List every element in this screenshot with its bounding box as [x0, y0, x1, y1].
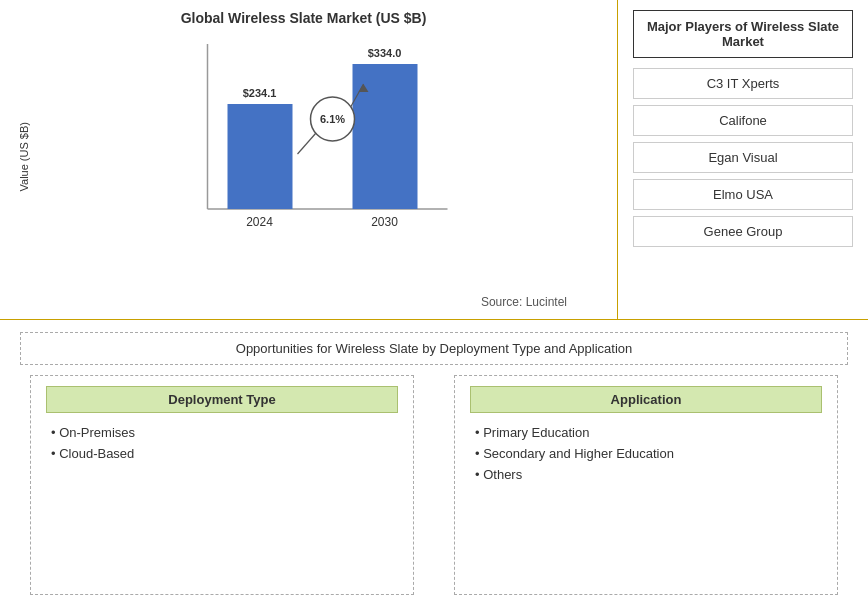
cagr-label: 6.1% [320, 113, 345, 125]
y-axis-label: Value (US $B) [18, 122, 30, 192]
application-column: Application Primary Education Secondary … [454, 375, 838, 595]
bottom-section: Opportunities for Wireless Slate by Depl… [0, 320, 868, 607]
deployment-header: Deployment Type [46, 386, 398, 413]
opportunities-content: Deployment Type On-Premises Cloud-Based … [20, 375, 848, 595]
bar-2024-year: 2024 [246, 215, 273, 229]
application-item-2: Secondary and Higher Education [470, 446, 822, 461]
main-container: Global Wireless Slate Market (US $B) Val… [0, 0, 868, 607]
source-text: Source: Lucintel [10, 290, 597, 309]
bar-2024 [228, 104, 293, 209]
chart-title: Global Wireless Slate Market (US $B) [181, 10, 427, 26]
application-item-1: Primary Education [470, 425, 822, 440]
deployment-column: Deployment Type On-Premises Cloud-Based [30, 375, 414, 595]
player-3: Egan Visual [633, 142, 853, 173]
deployment-item-2: Cloud-Based [46, 446, 398, 461]
deployment-item-1: On-Premises [46, 425, 398, 440]
bar-2024-label: $234.1 [243, 87, 277, 99]
player-1: C3 IT Xperts [633, 68, 853, 99]
right-panel: Major Players of Wireless Slate Market C… [618, 0, 868, 319]
player-2: Califone [633, 105, 853, 136]
application-header: Application [470, 386, 822, 413]
chart-area: Global Wireless Slate Market (US $B) Val… [0, 0, 618, 319]
player-5: Genee Group [633, 216, 853, 247]
application-item-3: Others [470, 467, 822, 482]
bar-chart-svg: $234.1 2024 $334.0 2030 [38, 34, 597, 244]
major-players-title: Major Players of Wireless Slate Market [633, 10, 853, 58]
opportunities-title: Opportunities for Wireless Slate by Depl… [20, 332, 848, 365]
top-section: Global Wireless Slate Market (US $B) Val… [0, 0, 868, 320]
player-4: Elmo USA [633, 179, 853, 210]
bar-2030-label: $334.0 [368, 47, 402, 59]
bar-2030-year: 2030 [371, 215, 398, 229]
